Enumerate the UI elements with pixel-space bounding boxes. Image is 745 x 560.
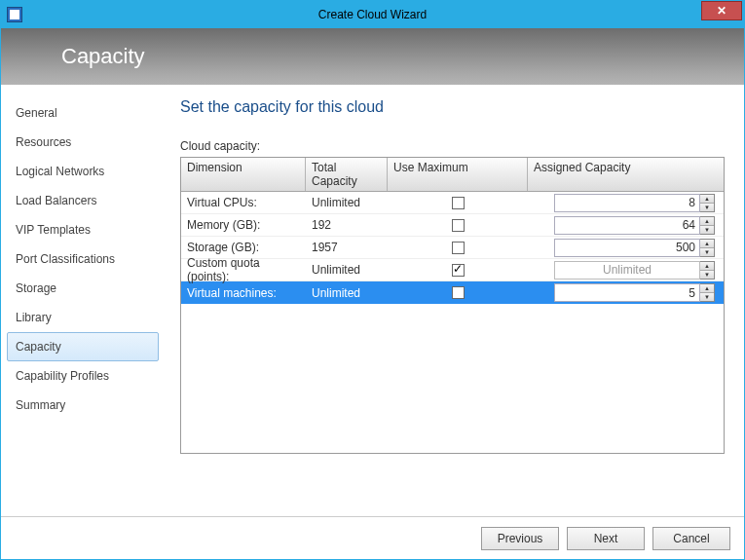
cell-total: 1957 [306,237,388,258]
close-button[interactable]: ✕ [701,1,742,20]
spinner-up-icon[interactable]: ▲ [700,284,714,293]
cell-dimension: Memory (GB): [181,214,306,236]
assigned-spinner[interactable]: ▲ ▼ [554,239,715,257]
cell-dimension: Storage (GB): [181,237,306,258]
use-max-checkbox[interactable] [452,242,465,254]
assigned-input-disabled: Unlimited [554,261,700,280]
grid-body: Virtual CPUs: Unlimited ▲ ▼ [181,192,724,453]
spinner-down-icon[interactable]: ▼ [700,226,714,234]
sidebar-item-capacity[interactable]: Capacity [7,332,159,361]
cell-use-max [388,214,528,236]
spinner-up-icon[interactable]: ▲ [700,195,714,204]
next-button[interactable]: Next [567,527,645,550]
spinner-down-icon[interactable]: ▼ [700,204,714,211]
cell-assigned: Unlimited ▲ ▼ [528,259,719,280]
sidebar-item-port-classifications[interactable]: Port Classifications [7,244,159,274]
wizard-window: Create Cloud Wizard ✕ Capacity General R… [0,0,745,560]
spinner-down-icon[interactable]: ▼ [700,293,714,301]
sidebar-item-capability-profiles[interactable]: Capability Profiles [7,361,159,391]
wizard-footer: Previous Next Cancel [1,516,744,559]
use-max-checkbox[interactable] [452,264,465,277]
page-heading: Set the capacity for this cloud [180,98,725,116]
assigned-spinner[interactable]: ▲ ▼ [554,216,715,235]
sidebar-item-general[interactable]: General [7,98,159,128]
table-row[interactable]: Virtual CPUs: Unlimited ▲ ▼ [181,192,724,214]
col-header-use-maximum[interactable]: Use Maximum [388,158,528,191]
cell-dimension: Virtual CPUs: [181,192,306,213]
previous-button[interactable]: Previous [481,527,559,550]
col-header-total-capacity[interactable]: Total Capacity [306,158,388,191]
wizard-body: General Resources Logical Networks Load … [1,85,744,516]
col-header-assigned-capacity[interactable]: Assigned Capacity [528,158,719,191]
cell-total: 192 [306,214,388,236]
cell-total: Unlimited [306,281,388,304]
close-icon: ✕ [717,4,726,18]
cell-total: Unlimited [306,259,388,280]
use-max-checkbox[interactable] [452,286,465,299]
assigned-input[interactable] [554,239,700,257]
wizard-steps-sidebar: General Resources Logical Networks Load … [1,85,165,516]
spinner-up-icon[interactable]: ▲ [700,240,714,248]
spinner-buttons: ▲ ▼ [700,283,715,302]
section-label-cloud-capacity: Cloud capacity: [180,139,725,153]
assigned-spinner[interactable]: ▲ ▼ [554,194,715,212]
cell-total: Unlimited [306,192,388,213]
sidebar-item-library[interactable]: Library [7,303,159,332]
use-max-checkbox[interactable] [452,197,465,209]
spinner-buttons: ▲ ▼ [700,261,715,280]
window-title: Create Cloud Wizard [1,8,744,21]
sidebar-item-vip-templates[interactable]: VIP Templates [7,215,159,244]
assigned-input[interactable] [554,194,700,212]
sidebar-item-load-balancers[interactable]: Load Balancers [7,186,159,215]
assigned-input[interactable] [554,216,700,235]
cell-use-max [388,281,528,304]
spinner-buttons: ▲ ▼ [700,194,715,212]
cancel-button[interactable]: Cancel [652,527,730,550]
cell-dimension: Virtual machines: [181,281,306,304]
spinner-down-icon: ▼ [700,271,714,279]
spinner-up-icon: ▲ [700,262,714,271]
titlebar: Create Cloud Wizard ✕ [1,1,744,28]
assigned-spinner: Unlimited ▲ ▼ [554,261,715,280]
cell-assigned: ▲ ▼ [528,237,719,258]
cell-use-max [388,259,528,280]
cell-use-max [388,237,528,258]
sidebar-item-storage[interactable]: Storage [7,274,159,303]
table-row[interactable]: Memory (GB): 192 ▲ ▼ [181,214,724,237]
cell-assigned: ▲ ▼ [528,214,719,236]
banner-title: Capacity [61,44,145,69]
grid-header: Dimension Total Capacity Use Maximum Ass… [181,158,724,192]
table-row[interactable]: Virtual machines: Unlimited ▲ ▼ [181,281,724,304]
cell-dimension: Custom quota (points): [181,259,306,280]
spinner-buttons: ▲ ▼ [700,216,715,235]
sidebar-item-resources[interactable]: Resources [7,128,159,157]
col-header-dimension[interactable]: Dimension [181,158,306,191]
wizard-banner: Capacity [1,28,744,85]
table-row[interactable]: Custom quota (points): Unlimited Unlimit… [181,259,724,281]
cell-use-max [388,192,528,213]
cell-assigned: ▲ ▼ [528,192,719,213]
wizard-main-panel: Set the capacity for this cloud Cloud ca… [165,85,744,516]
spinner-up-icon[interactable]: ▲ [700,217,714,226]
use-max-checkbox[interactable] [452,219,465,232]
assigned-spinner[interactable]: ▲ ▼ [554,283,715,302]
cell-assigned: ▲ ▼ [528,281,719,304]
capacity-grid: Dimension Total Capacity Use Maximum Ass… [180,157,725,454]
sidebar-item-logical-networks[interactable]: Logical Networks [7,157,159,186]
assigned-input[interactable] [554,283,700,302]
spinner-down-icon[interactable]: ▼ [700,248,714,256]
spinner-buttons: ▲ ▼ [700,239,715,257]
sidebar-item-summary[interactable]: Summary [7,391,159,420]
